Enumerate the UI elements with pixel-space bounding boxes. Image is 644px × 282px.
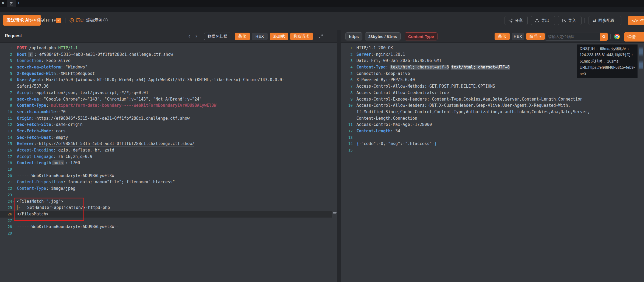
code-row[interactable]: 6User-Agent:·Mozilla/5.0·(Windows·NT·10.… xyxy=(0,77,332,83)
line-number: 9 xyxy=(0,102,12,109)
code-row[interactable]: 29 xyxy=(0,230,332,237)
new-tab-icon[interactable]: + xyxy=(17,0,20,6)
code-row[interactable]: 15 xyxy=(341,147,644,154)
code-row[interactable]: 18Content-Lengthauto:·1700 xyxy=(0,160,332,166)
import-button[interactable]: 导入 xyxy=(558,16,582,25)
code-row[interactable]: 22Content-Type:·image/jpeg xyxy=(0,185,332,192)
fold-gutter xyxy=(12,128,15,135)
code-segment-v: Safari/537.36 xyxy=(17,84,48,89)
code-text: Content-Type:·image/jpeg xyxy=(15,185,75,192)
code-row[interactable]: 11Origin:·https://ef98846f-5315-4eb3-ae3… xyxy=(0,115,332,122)
close-icon[interactable]: ✕ xyxy=(1,1,5,6)
code-row[interactable]: 9Access-Control-Expose-Headers:·Content-… xyxy=(341,96,644,103)
content-type-badge[interactable]: Content-Type xyxy=(405,32,438,40)
code-row[interactable]: 2Host?:·ef98846f-5315-4eb3-ae31-0ff1fbf2… xyxy=(0,51,332,58)
code-row[interactable]: 8sec-ch-ua:·"Google·Chrome";v="143",·"Ch… xyxy=(0,96,332,103)
response-minimap[interactable] xyxy=(639,45,643,69)
request-editor[interactable]: 1POST·/upload.php·HTTP/1.12Host?:·ef9884… xyxy=(0,43,337,282)
line-number: 14 xyxy=(341,141,353,147)
code-row[interactable]: 13 xyxy=(341,135,644,141)
history-prev-icon[interactable]: ‹ xyxy=(188,33,190,39)
share-button[interactable]: 分享 xyxy=(505,16,528,25)
sync-config-button[interactable]: ⇄ 同步配置 xyxy=(589,16,621,25)
code-row[interactable]: 3Connection:·keep-alive xyxy=(0,58,332,64)
code-row[interactable]: 15Referer:·https://ef98846f-5315-4eb3-ae… xyxy=(0,141,332,147)
code-row[interactable]: 10sec-ch-ua-mobile:·?0 xyxy=(0,109,332,115)
encode-dropdown[interactable]: 编码 ∨ xyxy=(526,33,545,40)
code-row[interactable]: 17Accept-Language:·zh-CN,zh;q=0.9 xyxy=(0,154,332,160)
import-icon xyxy=(562,19,566,23)
code-row[interactable]: 12Content-Length:·34 xyxy=(341,128,644,135)
code-row[interactable]: Safari/537.36 xyxy=(0,83,332,90)
code-row[interactable]: Content-Length,Connection xyxy=(341,115,644,122)
code-row[interactable]: 14Sec-Fetch-Dest:·empty xyxy=(0,135,332,141)
code-row[interactable]: 12Sec-Fetch-Site:·same-origin xyxy=(0,122,332,128)
code-segment-v: ·/upload.php· xyxy=(27,46,58,50)
chrome-icon[interactable] xyxy=(614,34,620,39)
panel-divider[interactable] xyxy=(337,30,341,282)
request-scrollbar-thumb[interactable] xyxy=(333,212,337,214)
line-number: 18 xyxy=(0,160,12,166)
response-beautify-button[interactable]: 美化 xyxy=(495,33,510,40)
code-segment-hb: Referer xyxy=(17,141,34,146)
detail-button[interactable]: 详情 xyxy=(624,32,644,42)
code-segment-br: } xyxy=(434,141,437,146)
history-next-icon[interactable]: › xyxy=(195,33,197,39)
force-https-checkbox[interactable]: ✓ xyxy=(56,18,61,23)
response-hex-button[interactable]: HEX xyxy=(512,33,524,40)
code-row[interactable]: 21Content-Disposition:·form-data;·name="… xyxy=(0,179,332,185)
code-text: Access-Control-Allow-Credentials:·true xyxy=(353,90,449,96)
line-number: 4 xyxy=(0,64,12,71)
code-segment-h: Accept-Encoding xyxy=(17,148,53,153)
code-text: Access-Control-Expose-Headers:·Content-T… xyxy=(353,96,583,103)
code-row[interactable]: 4sec-ch-ua-platform:·"Windows" xyxy=(0,64,332,71)
search-button[interactable] xyxy=(600,33,608,41)
response-editor[interactable]: 1HTTP/1.1·200·OK2Server:·nginx/1.20.13Da… xyxy=(341,43,644,282)
fullscreen-icon[interactable] xyxy=(319,34,323,39)
help-icon[interactable]: ? xyxy=(103,18,108,22)
code-row[interactable]: 28------WebKitFormBoundaryIvrADU9BALywEl… xyxy=(0,224,332,230)
code-text: POST·/upload.php·HTTP/1.1 xyxy=(15,45,78,51)
code-row[interactable]: 9Content-Type:·multipart/form-data;·boun… xyxy=(0,102,332,109)
timing-tooltip: DNS耗时： 68ms; 远端地址： 124.223.158.81:443; 响… xyxy=(577,44,638,78)
construct-request-button[interactable]: 构造请求 xyxy=(290,33,313,40)
code-row[interactable]: 14{·"code":·0,·"msg":·".htaccess"·} xyxy=(341,141,644,147)
history-link[interactable]: 历史 xyxy=(76,18,84,23)
send-request-button[interactable]: 发送请求 Alt+↵ xyxy=(3,15,41,26)
generate-code-button[interactable]: </> 生成 xyxy=(628,16,644,25)
fold-gutter xyxy=(12,230,15,237)
line-number: 8 xyxy=(0,96,12,103)
blast-example-link[interactable]: 爆破示例 xyxy=(86,18,102,23)
code-row[interactable]: 10Access-Control-Allow-Headers:·DNT,X-Cu… xyxy=(341,102,644,109)
hot-reload-button[interactable]: 热加载 xyxy=(270,33,288,40)
hex-button[interactable]: HEX xyxy=(252,33,268,40)
search-response-input[interactable] xyxy=(545,33,600,41)
code-row[interactable]: 13Sec-Fetch-Mode:·cors xyxy=(0,128,332,135)
code-row[interactable]: If-Modified-Since,Cache-Control,Content-… xyxy=(341,109,644,115)
code-row[interactable]: 16Accept-Encoding:·gzip,·deflate,·br,·zs… xyxy=(0,147,332,154)
code-segment-hb: Sec-Fetch-Site xyxy=(17,122,51,127)
code-text: Origin:·https://ef98846f-5315-4eb3-ae31-… xyxy=(15,115,190,122)
code-row[interactable]: 7Access-Control-Allow-Methods:·GET,POST,… xyxy=(341,83,644,90)
code-text: ------WebKitFormBoundaryIvrADU9BALywEl3W xyxy=(15,173,114,179)
code-row[interactable]: 1POST·/upload.php·HTTP/1.1 xyxy=(0,45,332,51)
code-row[interactable]: 23 xyxy=(0,192,332,198)
code-row[interactable]: 7Accept:·application/json,·text/javascri… xyxy=(0,90,332,96)
tab-saved-request[interactable] xyxy=(7,0,16,7)
code-row[interactable]: 8Access-Control-Allow-Credentials:·true xyxy=(341,90,644,96)
fold-gutter xyxy=(12,51,15,58)
code-text: ------WebKitFormBoundaryIvrADU9BALywEl3W… xyxy=(15,224,119,230)
export-button[interactable]: 导出 xyxy=(531,16,555,25)
fold-gutter xyxy=(12,77,15,83)
code-row[interactable]: 5X-Requested-With:·XMLHttpRequest xyxy=(0,71,332,77)
code-text: Content-Disposition:·form-data;·name="fi… xyxy=(15,179,175,185)
code-row[interactable]: 20------WebKitFormBoundaryIvrADU9BALywEl… xyxy=(0,173,332,179)
line-number: 6 xyxy=(341,77,353,83)
line-number: 20 xyxy=(0,173,12,179)
code-row[interactable]: 11Access-Control-Max-Age:·1728000 xyxy=(341,122,644,128)
code-segment-v: :·image/jpeg xyxy=(46,186,75,191)
packet-scan-button[interactable]: 数据包扫描 xyxy=(204,33,231,40)
code-segment-u: https://ef98846f-5315-4eb3-ae31-0ff1fbf2… xyxy=(36,116,190,121)
code-row[interactable]: 19 xyxy=(0,166,332,173)
beautify-button[interactable]: 美化 xyxy=(235,33,250,40)
